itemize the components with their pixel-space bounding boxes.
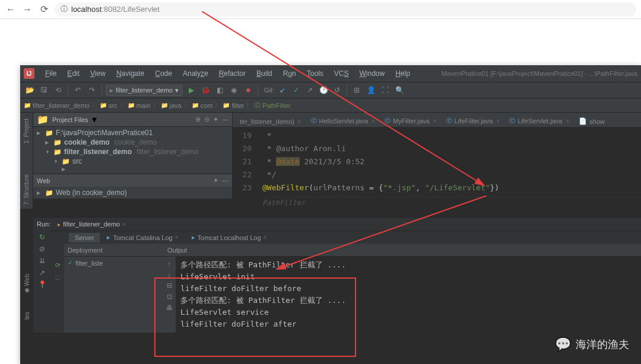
menu-vcs[interactable]: VCS [329,68,354,79]
project-title[interactable]: Project Files [52,116,88,123]
out-print-icon[interactable]: 🖶 [166,304,173,311]
breadcrumb-hint: PathFilter [262,197,641,208]
tab-lifefilter[interactable]: ⒸLifeFilter.java× [442,115,505,127]
deploy-column: Deployment ✓ filter_liste [64,244,163,333]
menu-analyze[interactable]: Analyze [178,68,213,79]
git-rollback-icon[interactable]: ↺ [331,84,343,96]
out-wrap-icon[interactable]: ⊟ [167,282,172,289]
stop-icon[interactable]: ■ [242,84,254,96]
console-line: lifeFilter doFilter after [180,318,636,330]
watermark: 💬 海洋的渔夫 [555,337,629,352]
menu-tools[interactable]: Tools [302,68,328,79]
hide-icon[interactable]: — [222,116,229,123]
reload-button[interactable]: ⟳ [38,4,50,15]
profile-icon[interactable]: ◉ [228,84,240,96]
tab-myfilter[interactable]: ⒸMyFilter.java× [380,115,442,127]
menu-build[interactable]: Build [252,68,277,79]
deploy-actions: ⟳ □ [51,244,64,333]
run-subtabs: Server ▸Tomcat Catalina Log× ▸Tomcat Loc… [51,231,641,244]
tree-more[interactable]: ▶ [33,166,232,173]
tree-src[interactable]: ▼📁src [33,157,232,166]
structure-icon[interactable]: ⊞ [351,84,363,96]
run-icon[interactable]: ▶ [185,84,197,96]
bc-main[interactable]: 📁main [128,102,151,109]
window-title: MavenPratice01 [F:\javaProject\MavenPrat… [442,70,637,77]
menu-refactor[interactable]: Refactor [214,68,250,79]
open-icon[interactable]: 📂 [24,84,36,96]
run-stop-icon[interactable]: ⊘ [39,245,45,253]
bc-com[interactable]: 📁com [192,102,213,109]
fav-tool[interactable]: tes [24,312,30,320]
gear-icon[interactable]: ✦ [213,116,218,123]
tree-cookie[interactable]: ▶📁cookie_democookie_demo [33,138,232,147]
menu-navigate[interactable]: Navigate [112,68,149,79]
run-config-selector[interactable]: ▸ filter_listener_demo ▾ [106,85,183,96]
output-actions: ↑ ↓ ⊟ ⊡ 🖶 [163,257,176,333]
sync-icon[interactable]: ⟲ [52,84,64,96]
menu-bar: IJ File Edit View Navigate Code Analyze … [20,65,641,82]
web-hide-icon[interactable]: — [222,177,229,184]
deploy-box-icon[interactable]: □ [56,274,60,281]
bc-class[interactable]: Ⓒ PathFilter [254,101,290,110]
forward-button[interactable]: → [21,4,33,15]
tree-filter[interactable]: ▼📁filter_listener_demofilter_listener_de… [33,147,232,157]
subtab-server[interactable]: Server [69,233,100,242]
web-item[interactable]: ▶📁Web (in cookie_demo) [33,188,232,197]
web-tool[interactable]: ◉ Web [24,274,30,294]
web-gear-icon[interactable]: ✦ [213,177,218,184]
git-commit-icon[interactable]: ✓ [290,84,302,96]
menu-code[interactable]: Code [150,68,177,79]
bc-root[interactable]: 📁filter_listener_demo [24,102,90,109]
menu-file[interactable]: File [40,68,61,79]
bc-filter[interactable]: 📁filter [223,102,244,109]
redo-icon[interactable]: ↷ [86,84,98,96]
console-line: LifeServlet service [180,306,636,318]
output-header: Output [163,244,641,257]
bc-src[interactable]: 📁src [100,102,118,109]
coverage-icon[interactable]: ◧ [214,84,226,96]
bc-java[interactable]: 📁java [161,102,182,109]
subtab-catalina[interactable]: ▸Tomcat Catalina Log× [101,232,184,242]
tab-show[interactable]: 📄show [574,116,610,127]
run-tab[interactable]: ▸ filter_listener_demo × [54,219,129,229]
bottom-left-rail: ◉ Web tes [20,274,33,320]
tree-root[interactable]: ▶📁F:\javaProject\MavenPratice01 [33,128,232,138]
run-settings-icon[interactable]: ↗ [39,269,45,277]
console-output[interactable]: 多个路径匹配: 被 PathFilter 拦截了 .... LifeServle… [176,257,641,333]
debug-icon[interactable]: 🐞 [199,84,211,96]
menu-run[interactable]: Run [278,68,301,79]
browser-bar: ← → ⟳ ⓘ localhost:8082/LifeServlet [0,0,641,19]
structure-tool[interactable]: 7: Structure [23,171,30,209]
deploy-sync-icon[interactable]: ⟳ [55,261,61,269]
git-history-icon[interactable]: 🕐 [318,84,329,96]
tab-pom[interactable]: ter_listener_demo)× [235,116,306,127]
avatar-icon[interactable]: 👤 [365,84,377,96]
save-icon[interactable]: 🖫 [38,84,50,96]
expand-icon[interactable]: ⛶ [379,84,391,96]
collapse-icon[interactable]: ⊕ [195,116,201,123]
out-down-icon[interactable]: ↓ [167,271,171,278]
run-pin-icon[interactable]: 📍 [38,280,47,289]
out-scroll-icon[interactable]: ⊡ [167,293,172,301]
menu-view[interactable]: View [85,68,110,79]
url-bar[interactable]: ⓘ localhost:8082/LifeServlet [55,2,636,17]
git-update-icon[interactable]: ↙ [277,84,288,96]
project-tool[interactable]: 1: Project [23,115,30,147]
menu-window[interactable]: Window [354,68,389,79]
tab-lifeservlet[interactable]: ⒸLifeServlet.java× [504,115,574,127]
out-up-icon[interactable]: ↑ [167,260,171,267]
menu-help[interactable]: Help [391,68,415,79]
locate-icon[interactable]: ⊝ [204,116,210,123]
run-down-icon[interactable]: ⇊ [39,257,45,265]
code-editor[interactable]: 1920212223 * * @author Aron.li * @date 2… [233,127,641,208]
subtab-localhost[interactable]: ▸Tomcat Localhost Log× [186,232,273,242]
back-button[interactable]: ← [5,4,17,15]
git-push-icon[interactable]: ↗ [304,84,316,96]
undo-icon[interactable]: ↶ [72,84,84,96]
tab-helloservlet[interactable]: ⒸHelloServlet.java× [306,115,380,127]
run-panel: Run: ▸ filter_listener_demo × ↻ ⊘ ⇊ ↗ 📍 … [33,217,641,333]
rerun-icon[interactable]: ↻ [39,233,45,241]
deploy-item[interactable]: ✓ filter_liste [64,257,163,269]
search-icon[interactable]: 🔍 [394,84,405,96]
menu-edit[interactable]: Edit [62,68,84,79]
